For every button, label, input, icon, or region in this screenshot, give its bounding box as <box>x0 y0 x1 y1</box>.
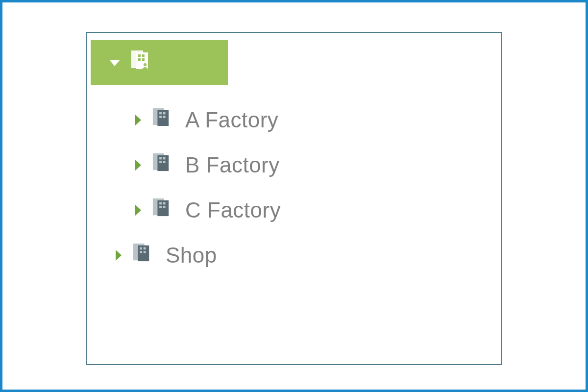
svg-rect-9 <box>157 110 169 126</box>
navigation-tree: A Factory B Factory <box>87 40 501 278</box>
svg-rect-31 <box>140 247 142 250</box>
caret-right-icon[interactable] <box>133 204 143 217</box>
svg-rect-5 <box>142 58 145 61</box>
tree-root-item[interactable] <box>91 40 228 85</box>
svg-point-14 <box>165 121 168 123</box>
svg-rect-4 <box>138 58 141 61</box>
tree-item-a-factory[interactable]: A Factory <box>133 98 501 143</box>
caret-right-icon[interactable] <box>133 159 143 172</box>
svg-rect-20 <box>163 161 166 163</box>
svg-rect-30 <box>138 245 149 261</box>
tree-item-label: B Factory <box>185 153 280 177</box>
tree-item-label: A Factory <box>185 108 278 132</box>
svg-point-21 <box>165 166 168 169</box>
svg-rect-25 <box>163 202 166 205</box>
svg-rect-24 <box>159 202 162 205</box>
tree-item-label: Shop <box>166 243 217 268</box>
svg-rect-11 <box>163 112 166 115</box>
building-icon <box>132 243 151 268</box>
svg-rect-16 <box>157 155 169 171</box>
svg-rect-32 <box>144 247 146 250</box>
caret-down-icon[interactable] <box>108 58 122 67</box>
building-icon <box>152 107 171 133</box>
tree-item-shop[interactable]: Shop <box>114 233 501 278</box>
caret-right-icon[interactable] <box>133 114 143 126</box>
svg-rect-12 <box>159 116 162 118</box>
tree-panel: A Factory B Factory <box>86 32 502 365</box>
svg-rect-19 <box>159 161 162 163</box>
tree-item-label: C Factory <box>185 198 281 222</box>
svg-rect-13 <box>163 116 166 118</box>
tree-item-c-factory[interactable]: C Factory <box>133 188 501 233</box>
svg-point-7 <box>144 63 147 66</box>
svg-rect-26 <box>159 206 162 208</box>
svg-rect-23 <box>157 200 169 216</box>
svg-rect-34 <box>144 251 146 253</box>
svg-rect-27 <box>163 206 166 208</box>
svg-point-35 <box>145 256 148 259</box>
svg-rect-17 <box>159 157 162 160</box>
building-icon <box>152 152 171 178</box>
svg-rect-18 <box>163 157 166 160</box>
svg-point-28 <box>165 211 168 214</box>
caret-right-icon[interactable] <box>114 249 123 262</box>
building-icon <box>152 197 171 223</box>
svg-rect-33 <box>140 251 142 253</box>
svg-rect-10 <box>159 112 162 115</box>
svg-rect-3 <box>142 54 145 57</box>
building-icon <box>130 49 150 76</box>
svg-rect-2 <box>138 54 141 57</box>
tree-item-b-factory[interactable]: B Factory <box>133 143 501 188</box>
